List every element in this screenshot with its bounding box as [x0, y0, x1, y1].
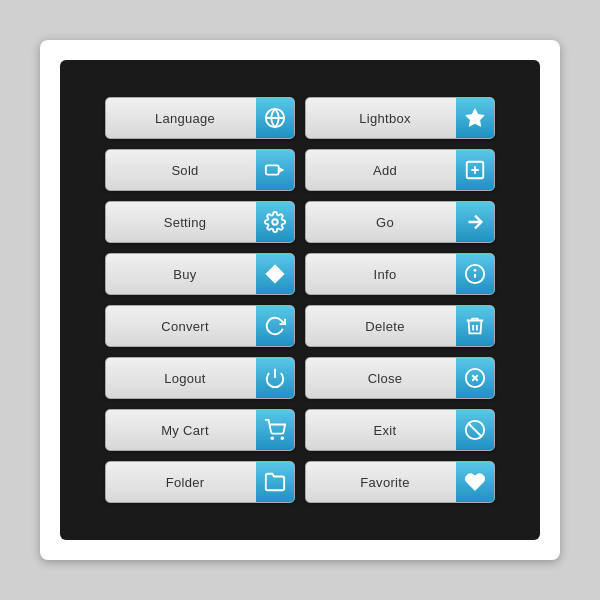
x-circle-icon: [456, 357, 494, 399]
go-label: Go: [306, 215, 456, 230]
diamond-icon: [256, 253, 294, 295]
delete-button[interactable]: Delete: [305, 305, 495, 347]
delete-label: Delete: [306, 319, 456, 334]
sold-button[interactable]: Sold: [105, 149, 295, 191]
svg-marker-9: [266, 265, 284, 283]
cart-icon: [256, 409, 294, 451]
plus-square-icon: [456, 149, 494, 191]
exit-button[interactable]: Exit: [305, 409, 495, 451]
language-button[interactable]: Language: [105, 97, 295, 139]
info-button[interactable]: Info: [305, 253, 495, 295]
folder-button[interactable]: Folder: [105, 461, 295, 503]
tag-icon: [256, 149, 294, 191]
favorite-button[interactable]: Favorite: [305, 461, 495, 503]
add-label: Add: [306, 163, 456, 178]
inner-panel: LanguageLightboxSoldAddSettingGoBuyInfoC…: [60, 60, 540, 540]
convert-button[interactable]: Convert: [105, 305, 295, 347]
my-cart-label: My Cart: [106, 423, 256, 438]
svg-point-18: [281, 437, 283, 439]
logout-label: Logout: [106, 371, 256, 386]
buy-button[interactable]: Buy: [105, 253, 295, 295]
setting-label: Setting: [106, 215, 256, 230]
lightbox-label: Lightbox: [306, 111, 456, 126]
go-button[interactable]: Go: [305, 201, 495, 243]
folder-icon: [256, 461, 294, 503]
favorite-label: Favorite: [306, 475, 456, 490]
close-button[interactable]: Close: [305, 357, 495, 399]
globe-icon: [256, 97, 294, 139]
setting-button[interactable]: Setting: [105, 201, 295, 243]
buy-label: Buy: [106, 267, 256, 282]
logout-button[interactable]: Logout: [105, 357, 295, 399]
close-label: Close: [306, 371, 456, 386]
info-icon: [456, 253, 494, 295]
heart-icon: [456, 461, 494, 503]
folder-label: Folder: [106, 475, 256, 490]
svg-point-17: [271, 437, 273, 439]
svg-point-7: [272, 219, 278, 225]
language-label: Language: [106, 111, 256, 126]
refresh-icon: [256, 305, 294, 347]
gear-icon: [256, 201, 294, 243]
no-entry-icon: [456, 409, 494, 451]
my-cart-button[interactable]: My Cart: [105, 409, 295, 451]
power-icon: [256, 357, 294, 399]
arrow-right-icon: [456, 201, 494, 243]
convert-label: Convert: [106, 319, 256, 334]
button-grid: LanguageLightboxSoldAddSettingGoBuyInfoC…: [85, 77, 515, 523]
svg-line-20: [469, 424, 482, 437]
trash-icon: [456, 305, 494, 347]
svg-rect-3: [266, 165, 279, 174]
exit-label: Exit: [306, 423, 456, 438]
star-icon: [456, 97, 494, 139]
add-button[interactable]: Add: [305, 149, 495, 191]
sold-label: Sold: [106, 163, 256, 178]
svg-marker-2: [466, 109, 484, 126]
outer-frame: LanguageLightboxSoldAddSettingGoBuyInfoC…: [40, 40, 560, 560]
lightbox-button[interactable]: Lightbox: [305, 97, 495, 139]
info-label: Info: [306, 267, 456, 282]
